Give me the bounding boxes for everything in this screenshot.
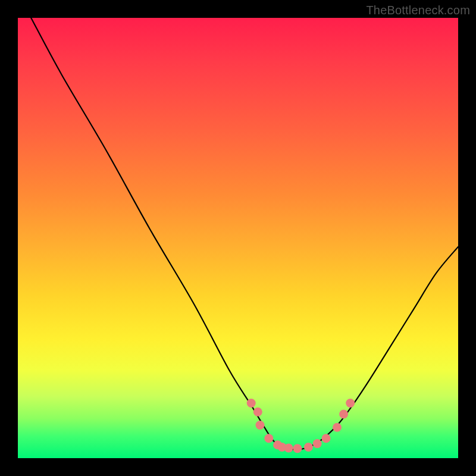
marker-dot xyxy=(313,439,322,448)
marker-dot xyxy=(346,399,355,408)
chart-svg xyxy=(18,18,458,458)
highlight-dots xyxy=(247,399,355,453)
marker-dot xyxy=(284,444,293,453)
marker-dot xyxy=(256,421,265,430)
marker-dot xyxy=(264,434,273,443)
marker-dot xyxy=(293,444,302,453)
marker-dot xyxy=(322,434,331,443)
chart-frame: TheBottleneck.com xyxy=(0,0,476,476)
marker-dot xyxy=(247,399,256,408)
bottleneck-curve xyxy=(31,18,458,450)
marker-dot xyxy=(304,443,313,452)
watermark-text: TheBottleneck.com xyxy=(366,4,470,17)
marker-dot xyxy=(333,423,342,432)
marker-dot xyxy=(253,408,262,416)
marker-dot xyxy=(339,410,348,419)
plot-area xyxy=(18,18,458,458)
